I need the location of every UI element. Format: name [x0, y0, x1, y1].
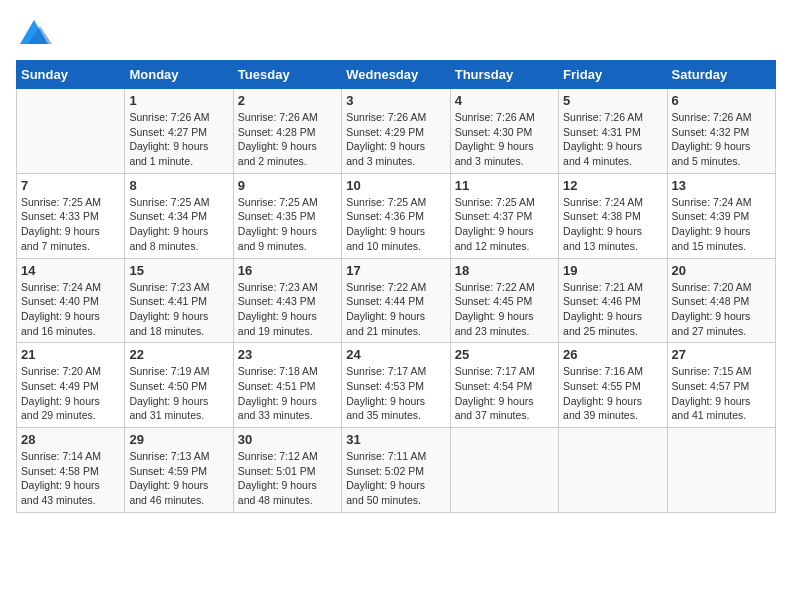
week-row-5: 28Sunrise: 7:14 AM Sunset: 4:58 PM Dayli… [17, 428, 776, 513]
day-info: Sunrise: 7:25 AM Sunset: 4:33 PM Dayligh… [21, 195, 120, 254]
day-info: Sunrise: 7:22 AM Sunset: 4:45 PM Dayligh… [455, 280, 554, 339]
day-info: Sunrise: 7:20 AM Sunset: 4:48 PM Dayligh… [672, 280, 771, 339]
day-info: Sunrise: 7:26 AM Sunset: 4:30 PM Dayligh… [455, 110, 554, 169]
day-cell: 25Sunrise: 7:17 AM Sunset: 4:54 PM Dayli… [450, 343, 558, 428]
day-number: 3 [346, 93, 445, 108]
day-cell: 16Sunrise: 7:23 AM Sunset: 4:43 PM Dayli… [233, 258, 341, 343]
day-number: 8 [129, 178, 228, 193]
day-cell: 1Sunrise: 7:26 AM Sunset: 4:27 PM Daylig… [125, 89, 233, 174]
day-number: 14 [21, 263, 120, 278]
day-cell [667, 428, 775, 513]
header-cell-sunday: Sunday [17, 61, 125, 89]
day-info: Sunrise: 7:17 AM Sunset: 4:54 PM Dayligh… [455, 364, 554, 423]
day-info: Sunrise: 7:24 AM Sunset: 4:38 PM Dayligh… [563, 195, 662, 254]
day-cell: 18Sunrise: 7:22 AM Sunset: 4:45 PM Dayli… [450, 258, 558, 343]
day-number: 30 [238, 432, 337, 447]
day-info: Sunrise: 7:26 AM Sunset: 4:28 PM Dayligh… [238, 110, 337, 169]
day-number: 31 [346, 432, 445, 447]
day-cell: 11Sunrise: 7:25 AM Sunset: 4:37 PM Dayli… [450, 173, 558, 258]
day-number: 1 [129, 93, 228, 108]
day-cell [559, 428, 667, 513]
day-info: Sunrise: 7:24 AM Sunset: 4:40 PM Dayligh… [21, 280, 120, 339]
day-cell: 13Sunrise: 7:24 AM Sunset: 4:39 PM Dayli… [667, 173, 775, 258]
day-cell: 17Sunrise: 7:22 AM Sunset: 4:44 PM Dayli… [342, 258, 450, 343]
day-number: 22 [129, 347, 228, 362]
header-cell-friday: Friday [559, 61, 667, 89]
day-number: 17 [346, 263, 445, 278]
week-row-4: 21Sunrise: 7:20 AM Sunset: 4:49 PM Dayli… [17, 343, 776, 428]
day-cell: 4Sunrise: 7:26 AM Sunset: 4:30 PM Daylig… [450, 89, 558, 174]
day-info: Sunrise: 7:26 AM Sunset: 4:31 PM Dayligh… [563, 110, 662, 169]
day-cell: 21Sunrise: 7:20 AM Sunset: 4:49 PM Dayli… [17, 343, 125, 428]
day-number: 11 [455, 178, 554, 193]
day-number: 13 [672, 178, 771, 193]
day-number: 29 [129, 432, 228, 447]
day-cell: 5Sunrise: 7:26 AM Sunset: 4:31 PM Daylig… [559, 89, 667, 174]
day-info: Sunrise: 7:12 AM Sunset: 5:01 PM Dayligh… [238, 449, 337, 508]
day-number: 16 [238, 263, 337, 278]
day-cell: 8Sunrise: 7:25 AM Sunset: 4:34 PM Daylig… [125, 173, 233, 258]
logo-icon [16, 16, 52, 52]
day-number: 10 [346, 178, 445, 193]
day-info: Sunrise: 7:18 AM Sunset: 4:51 PM Dayligh… [238, 364, 337, 423]
day-info: Sunrise: 7:17 AM Sunset: 4:53 PM Dayligh… [346, 364, 445, 423]
header-cell-saturday: Saturday [667, 61, 775, 89]
day-info: Sunrise: 7:21 AM Sunset: 4:46 PM Dayligh… [563, 280, 662, 339]
day-number: 20 [672, 263, 771, 278]
day-number: 12 [563, 178, 662, 193]
day-cell: 20Sunrise: 7:20 AM Sunset: 4:48 PM Dayli… [667, 258, 775, 343]
day-number: 9 [238, 178, 337, 193]
day-number: 28 [21, 432, 120, 447]
day-cell: 3Sunrise: 7:26 AM Sunset: 4:29 PM Daylig… [342, 89, 450, 174]
day-cell: 29Sunrise: 7:13 AM Sunset: 4:59 PM Dayli… [125, 428, 233, 513]
day-cell: 31Sunrise: 7:11 AM Sunset: 5:02 PM Dayli… [342, 428, 450, 513]
day-cell: 26Sunrise: 7:16 AM Sunset: 4:55 PM Dayli… [559, 343, 667, 428]
day-info: Sunrise: 7:23 AM Sunset: 4:43 PM Dayligh… [238, 280, 337, 339]
day-info: Sunrise: 7:22 AM Sunset: 4:44 PM Dayligh… [346, 280, 445, 339]
day-cell: 30Sunrise: 7:12 AM Sunset: 5:01 PM Dayli… [233, 428, 341, 513]
calendar-table: SundayMondayTuesdayWednesdayThursdayFrid… [16, 60, 776, 513]
day-cell: 2Sunrise: 7:26 AM Sunset: 4:28 PM Daylig… [233, 89, 341, 174]
day-info: Sunrise: 7:20 AM Sunset: 4:49 PM Dayligh… [21, 364, 120, 423]
page-header [16, 16, 776, 52]
day-info: Sunrise: 7:26 AM Sunset: 4:32 PM Dayligh… [672, 110, 771, 169]
calendar-header: SundayMondayTuesdayWednesdayThursdayFrid… [17, 61, 776, 89]
day-cell: 19Sunrise: 7:21 AM Sunset: 4:46 PM Dayli… [559, 258, 667, 343]
day-number: 15 [129, 263, 228, 278]
day-info: Sunrise: 7:11 AM Sunset: 5:02 PM Dayligh… [346, 449, 445, 508]
day-number: 6 [672, 93, 771, 108]
day-cell: 12Sunrise: 7:24 AM Sunset: 4:38 PM Dayli… [559, 173, 667, 258]
day-cell: 9Sunrise: 7:25 AM Sunset: 4:35 PM Daylig… [233, 173, 341, 258]
day-info: Sunrise: 7:25 AM Sunset: 4:35 PM Dayligh… [238, 195, 337, 254]
day-cell: 24Sunrise: 7:17 AM Sunset: 4:53 PM Dayli… [342, 343, 450, 428]
day-info: Sunrise: 7:24 AM Sunset: 4:39 PM Dayligh… [672, 195, 771, 254]
header-row: SundayMondayTuesdayWednesdayThursdayFrid… [17, 61, 776, 89]
day-number: 19 [563, 263, 662, 278]
day-number: 7 [21, 178, 120, 193]
day-cell: 27Sunrise: 7:15 AM Sunset: 4:57 PM Dayli… [667, 343, 775, 428]
day-info: Sunrise: 7:26 AM Sunset: 4:29 PM Dayligh… [346, 110, 445, 169]
day-cell: 10Sunrise: 7:25 AM Sunset: 4:36 PM Dayli… [342, 173, 450, 258]
header-cell-thursday: Thursday [450, 61, 558, 89]
day-cell: 14Sunrise: 7:24 AM Sunset: 4:40 PM Dayli… [17, 258, 125, 343]
day-number: 23 [238, 347, 337, 362]
day-number: 2 [238, 93, 337, 108]
day-number: 26 [563, 347, 662, 362]
day-number: 4 [455, 93, 554, 108]
header-cell-wednesday: Wednesday [342, 61, 450, 89]
day-cell: 23Sunrise: 7:18 AM Sunset: 4:51 PM Dayli… [233, 343, 341, 428]
header-cell-tuesday: Tuesday [233, 61, 341, 89]
calendar-body: 1Sunrise: 7:26 AM Sunset: 4:27 PM Daylig… [17, 89, 776, 513]
day-info: Sunrise: 7:19 AM Sunset: 4:50 PM Dayligh… [129, 364, 228, 423]
day-info: Sunrise: 7:13 AM Sunset: 4:59 PM Dayligh… [129, 449, 228, 508]
header-cell-monday: Monday [125, 61, 233, 89]
day-cell: 7Sunrise: 7:25 AM Sunset: 4:33 PM Daylig… [17, 173, 125, 258]
day-cell: 6Sunrise: 7:26 AM Sunset: 4:32 PM Daylig… [667, 89, 775, 174]
day-info: Sunrise: 7:14 AM Sunset: 4:58 PM Dayligh… [21, 449, 120, 508]
day-cell [17, 89, 125, 174]
day-info: Sunrise: 7:25 AM Sunset: 4:37 PM Dayligh… [455, 195, 554, 254]
day-number: 18 [455, 263, 554, 278]
day-cell: 22Sunrise: 7:19 AM Sunset: 4:50 PM Dayli… [125, 343, 233, 428]
day-cell: 28Sunrise: 7:14 AM Sunset: 4:58 PM Dayli… [17, 428, 125, 513]
week-row-2: 7Sunrise: 7:25 AM Sunset: 4:33 PM Daylig… [17, 173, 776, 258]
